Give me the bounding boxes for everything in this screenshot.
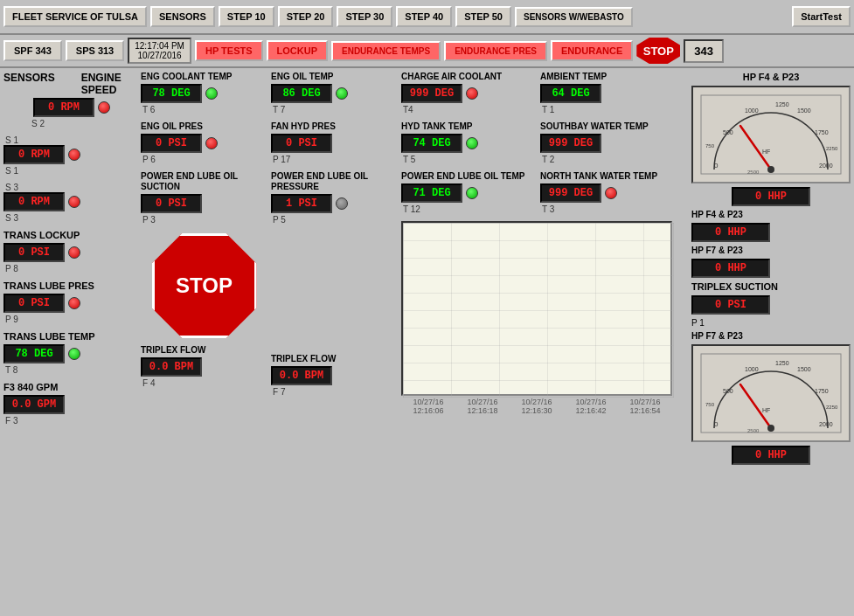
s3-sub: S 3	[5, 213, 134, 223]
title-button[interactable]: FLEET SERVICE OF TULSA	[3, 6, 147, 27]
charge-air-value: 999 DEG	[401, 84, 462, 103]
s1-value: 0 RPM	[3, 145, 65, 164]
power-end-lube-temp-block: POWER END LUBE OIL TEMP 71 DEG T 12	[401, 171, 537, 214]
hyd-tank-label: HYD TANK TEMP	[401, 121, 537, 132]
right-panel: HP F4 & P23 0 500 1000 1250 1500 1750 20…	[688, 68, 854, 616]
svg-text:2000: 2000	[819, 421, 833, 427]
svg-rect-0	[403, 223, 674, 398]
eng-oil-temp-value: 86 DEG	[271, 84, 332, 103]
charge-air-label: CHARGE AIR COOLANT	[401, 72, 537, 82]
spf-button[interactable]: SPF 343	[3, 40, 62, 61]
endurance-button[interactable]: ENDURANCE	[551, 40, 633, 61]
eng-coolant-label: ENG COOLANT TEMP	[141, 72, 267, 82]
step30-button[interactable]: STEP 30	[337, 6, 392, 27]
col2: ENG OIL TEMP 86 DEG T 7 FAN HYD PRES 0 P…	[271, 72, 398, 415]
hyd-tank-value: 74 DEG	[401, 134, 462, 153]
charge-air-block: CHARGE AIR COOLANT 999 DEG T4	[401, 72, 537, 114]
gauge1-container: 0 500 1000 1250 1500 1750 2000 HF 750 22…	[691, 86, 851, 183]
hp-tests-button[interactable]: HP TESTS	[195, 40, 263, 61]
power-end-pressure-sub: P 5	[273, 215, 398, 225]
triplex-flow-f4-value: 0.0 BPM	[141, 357, 202, 377]
s2-row: 0 RPM	[3, 98, 134, 117]
lockup-button[interactable]: LOCKUP	[267, 40, 328, 61]
eng-oil-pres-row: 0 PSI	[141, 134, 267, 153]
gauge1-svg: 0 500 1000 1250 1500 1750 2000 HF 750 22…	[697, 91, 845, 178]
svg-text:500: 500	[723, 129, 733, 135]
southbay-water-temp-row: 999 DEG	[540, 134, 684, 153]
triplex-flow-f7-row: 0.0 BPM	[271, 366, 398, 385]
triplex-flow-f4-row: 0.0 BPM	[141, 357, 267, 377]
trans-lube-temp-label: TRANS LUBE TEMP	[3, 331, 134, 342]
trans-lockup-sub: P 8	[5, 264, 134, 273]
triplex-flow-f7-label: TRIPLEX FLOW	[271, 354, 398, 364]
triplex-flow-f7-value: 0.0 BPM	[271, 366, 332, 385]
sps-button[interactable]: SPS 313	[66, 40, 124, 61]
s2-indicator	[98, 101, 110, 114]
triplex-flow-f4-label: TRIPLEX FLOW	[141, 345, 267, 356]
fan-hyd-pres-block: FAN HYD PRES 0 PSI P 17	[271, 121, 398, 164]
eng-oil-pres-value: 0 PSI	[141, 134, 202, 153]
triplex-flow-f4-block: TRIPLEX FLOW 0.0 BPM F 4	[141, 345, 267, 388]
svg-text:1000: 1000	[745, 366, 759, 372]
power-end-suction-label: POWER END LUBE OIL SUCTION	[141, 171, 267, 192]
endurance-pres-button[interactable]: ENDURANCE PRES	[444, 41, 547, 61]
step20-button[interactable]: STEP 20	[278, 6, 334, 27]
power-end-lube-temp-sub: T 12	[403, 204, 537, 214]
hyd-tank-sub: T 5	[403, 155, 537, 164]
trans-lockup-indicator	[68, 246, 80, 259]
middle-panel: ENG COOLANT TEMP 78 DEG T 6 ENG OIL PRES…	[137, 68, 688, 616]
step40-button[interactable]: STEP 40	[396, 6, 452, 27]
col3: CHARGE AIR COOLANT 999 DEG T4 HYD TANK T…	[401, 72, 537, 415]
southbay-water-temp-value: 999 DEG	[540, 134, 601, 153]
eng-oil-temp-sub: T 7	[273, 105, 398, 114]
eng-oil-temp-label: ENG OIL TEMP	[271, 72, 398, 82]
triplex-flow-f4-sub: F 4	[142, 378, 267, 388]
engine-speed-label: ENGINE SPEED	[81, 72, 134, 96]
north-tank-water-temp-value: 999 DEG	[540, 183, 601, 203]
stop-sign-container: STOP	[141, 233, 267, 338]
sensors-button[interactable]: SENSORS	[150, 6, 215, 27]
fan-hyd-pres-label: FAN HYD PRES	[271, 121, 398, 132]
second-row: SPF 343 SPS 313 12:17:04 PM 10/27/2016 H…	[0, 35, 854, 68]
f3-block: F3 840 GPM 0.0 GPM F 3	[3, 382, 134, 426]
ambient-temp-sub: T 1	[542, 105, 684, 114]
fan-hyd-pres-value: 0 PSI	[271, 134, 332, 153]
s3-indicator	[68, 196, 80, 208]
svg-text:1750: 1750	[815, 388, 829, 394]
start-test-button[interactable]: StartTest	[792, 6, 851, 27]
step10-button[interactable]: STEP 10	[219, 6, 274, 27]
s1-row: 0 RPM	[3, 145, 134, 164]
endurance-temps-button[interactable]: ENDURANCE TEMPS	[331, 41, 441, 61]
svg-text:0: 0	[714, 162, 719, 170]
eng-oil-temp-block: ENG OIL TEMP 86 DEG T 7	[271, 72, 398, 114]
datetime-display: 12:17:04 PM 10/27/2016	[128, 38, 191, 64]
s2-value: 0 RPM	[33, 98, 94, 117]
svg-text:HF: HF	[762, 149, 770, 155]
north-tank-water-temp-sub: T 3	[542, 204, 684, 214]
s3-top-label: S 3	[5, 183, 134, 192]
trans-lube-pres-value: 0 PSI	[3, 294, 65, 313]
power-end-pressure-value: 1 PSI	[271, 194, 332, 213]
s1-sub: S 1	[5, 166, 134, 176]
sensors-webasto-button[interactable]: SENSORS W/WEBASTO	[515, 7, 633, 27]
trans-lube-temp-block: TRANS LUBE TEMP 78 DEG T 8	[3, 331, 134, 375]
chart-area	[401, 221, 672, 396]
hp-f4-p23-value2: 0 HHP	[691, 223, 770, 242]
left-panel: SENSORS ENGINE SPEED 0 RPM S 2 S 1 0 RPM…	[0, 68, 137, 616]
f3-sub: F 3	[5, 416, 134, 426]
f3-value: 0.0 GPM	[3, 395, 65, 414]
power-end-pressure-block: POWER END LUBE OIL PRESSURE 1 PSI P 5	[271, 171, 398, 225]
power-end-suction-value: 0 PSI	[141, 194, 202, 213]
north-tank-water-temp-label: NORTH TANK WATER TEMP	[540, 171, 684, 182]
svg-point-4	[767, 166, 774, 173]
sensors-label: SENSORS	[3, 72, 55, 96]
trans-lube-pres-label: TRANS LUBE PRES	[3, 280, 134, 291]
eng-coolant-indicator	[205, 87, 218, 100]
stop-button[interactable]: STOP	[636, 38, 680, 64]
svg-text:2250: 2250	[826, 405, 838, 410]
hp-f4-p23-label: HP F4 & P23	[691, 72, 851, 82]
ambient-temp-label: AMBIENT TEMP	[540, 72, 684, 82]
svg-text:1500: 1500	[797, 107, 811, 114]
step50-button[interactable]: STEP 50	[455, 6, 511, 27]
stop-octagon-small[interactable]: STOP	[636, 38, 680, 64]
